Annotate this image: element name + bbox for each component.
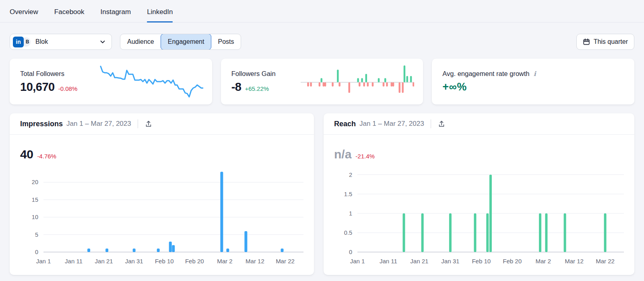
engagement-rate-card: Avg. engagement rate growth i +∞% — [432, 59, 634, 105]
svg-text:Jan 11: Jan 11 — [380, 258, 397, 265]
svg-text:Jan 1: Jan 1 — [36, 258, 51, 265]
total-followers-value: 10,670 — [20, 80, 55, 94]
impressions-card: Impressions Jan 1 – Mar 27, 2023 40 -4.7… — [10, 113, 314, 275]
divider — [431, 119, 431, 128]
controls-row: in B Blok Audience Engagement Posts This… — [0, 23, 644, 50]
svg-text:1.5: 1.5 — [344, 191, 352, 197]
divider — [138, 119, 138, 128]
svg-text:Jan 1: Jan 1 — [350, 258, 365, 265]
account-name: Blok — [35, 38, 99, 45]
svg-text:Feb 20: Feb 20 — [503, 258, 522, 265]
svg-text:Jan 11: Jan 11 — [65, 258, 83, 265]
date-range-label: This quarter — [594, 38, 628, 45]
svg-text:Mar 22: Mar 22 — [596, 258, 615, 265]
svg-text:Jan 21: Jan 21 — [410, 258, 428, 265]
stat-cards-row: Total Followers 10,670 -0.08% Followers … — [0, 50, 644, 105]
chart-cards-row: Impressions Jan 1 – Mar 27, 2023 40 -4.7… — [0, 105, 644, 275]
svg-text:Mar 12: Mar 12 — [565, 258, 584, 265]
reach-card: Reach Jan 1 – Mar 27, 2023 n/a -21.4% 00… — [324, 113, 634, 275]
svg-text:1: 1 — [349, 210, 352, 217]
impressions-value: 40 — [20, 148, 33, 161]
followers-gain-delta: +65.22% — [245, 85, 269, 92]
impressions-title: Impressions — [20, 120, 63, 128]
chevron-down-icon — [99, 39, 106, 45]
followers-gain-card: Followers Gain -8 +65.22% — [221, 59, 423, 105]
view-segmented-control: Audience Engagement Posts — [120, 34, 241, 50]
export-icon — [144, 120, 153, 128]
linkedin-icon: in — [13, 37, 24, 47]
calendar-icon — [583, 38, 590, 45]
total-followers-delta: -0.08% — [58, 85, 78, 92]
tab-overview[interactable]: Overview — [10, 2, 38, 22]
svg-text:Jan 21: Jan 21 — [95, 258, 113, 265]
export-button[interactable] — [437, 119, 446, 129]
followers-gain-sparkline — [301, 64, 415, 99]
total-followers-title: Total Followers — [20, 70, 99, 78]
segment-engagement[interactable]: Engagement — [161, 34, 212, 50]
svg-text:15: 15 — [32, 197, 38, 203]
channel-tab-bar: Overview Facebook Instagram LinkedIn — [0, 0, 644, 23]
account-dropdown[interactable]: in B Blok — [10, 34, 112, 50]
svg-text:Mar 2: Mar 2 — [217, 258, 232, 265]
reach-value: n/a — [334, 148, 351, 161]
engagement-rate-value: +∞% — [442, 81, 537, 93]
reach-delta: -21.4% — [355, 153, 375, 160]
svg-text:0: 0 — [35, 249, 38, 255]
svg-text:0: 0 — [349, 249, 352, 255]
tab-linkedin[interactable]: LinkedIn — [147, 2, 173, 22]
segment-posts[interactable]: Posts — [211, 34, 241, 49]
export-button[interactable] — [144, 119, 153, 129]
impressions-date-range: Jan 1 – Mar 27, 2023 — [66, 120, 131, 128]
engagement-rate-title: Avg. engagement rate growth — [442, 70, 529, 78]
svg-text:2: 2 — [349, 172, 352, 178]
svg-text:Feb 20: Feb 20 — [185, 258, 204, 265]
linkedin-analytics-page: Overview Facebook Instagram LinkedIn in … — [0, 0, 644, 281]
svg-text:Feb 10: Feb 10 — [155, 258, 174, 265]
svg-text:5: 5 — [35, 232, 38, 238]
segment-audience[interactable]: Audience — [120, 34, 161, 49]
total-followers-card: Total Followers 10,670 -0.08% — [10, 59, 212, 105]
svg-text:Feb 10: Feb 10 — [472, 258, 491, 265]
tab-facebook[interactable]: Facebook — [54, 2, 85, 22]
svg-text:Mar 22: Mar 22 — [276, 258, 295, 265]
svg-text:0.5: 0.5 — [344, 230, 352, 236]
reach-title: Reach — [334, 120, 356, 128]
svg-text:Jan 31: Jan 31 — [441, 258, 459, 265]
svg-text:Mar 2: Mar 2 — [535, 258, 551, 265]
followers-gain-title: Followers Gain — [231, 70, 301, 78]
export-icon — [438, 120, 446, 128]
svg-text:Mar 12: Mar 12 — [246, 258, 264, 265]
impressions-bar-chart: 05101520Jan 1Jan 11Jan 21Jan 31Feb 10Feb… — [20, 167, 303, 267]
svg-text:Jan 31: Jan 31 — [125, 258, 143, 265]
svg-text:20: 20 — [32, 179, 38, 185]
impressions-delta: -4.76% — [37, 153, 56, 160]
followers-gain-value: -8 — [231, 80, 242, 94]
followers-trend-sparkline — [99, 65, 203, 98]
info-icon[interactable]: i — [533, 70, 537, 78]
date-range-button[interactable]: This quarter — [576, 34, 634, 50]
reach-date-range: Jan 1 – Mar 27, 2023 — [359, 120, 424, 128]
tab-instagram[interactable]: Instagram — [101, 2, 131, 22]
reach-bar-chart: 00.511.52Jan 1Jan 11Jan 21Jan 31Feb 10Fe… — [334, 167, 624, 267]
svg-text:10: 10 — [32, 214, 38, 220]
